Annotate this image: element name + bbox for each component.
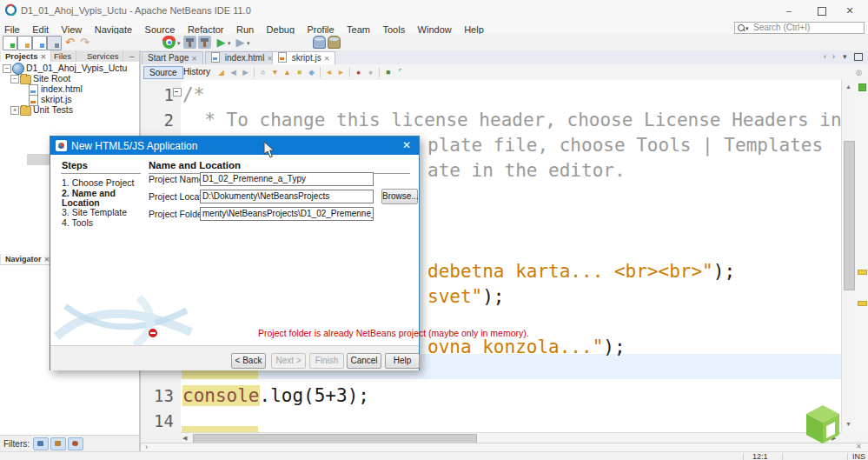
code-line-4-fragment: ate in the editor. — [427, 158, 626, 183]
cancel-button[interactable]: Cancel — [347, 353, 381, 369]
tree-row-index-html[interactable]: index.html — [0, 83, 139, 94]
comment-icon[interactable]: ■ — [382, 67, 394, 77]
forward-icon[interactable]: ▶ — [240, 67, 251, 77]
start-macro-icon[interactable]: ● — [353, 67, 364, 77]
project-location-field[interactable]: D:\Dokumenty\NetBeansProjects — [200, 190, 374, 203]
title-bar: D1_01_Ahoj_Vypis_Uctu - Apache NetBeans … — [0, 0, 868, 21]
expand-icon[interactable]: + — [10, 106, 19, 115]
tab-list-dropdown-icon[interactable]: ▾ — [843, 52, 847, 61]
scroll-up-icon[interactable]: ▲ — [845, 82, 851, 92]
warning-mark[interactable] — [858, 301, 867, 306]
tab-index-html[interactable]: index.html✕ — [205, 51, 279, 65]
back-icon[interactable]: ◀ — [228, 67, 239, 77]
error-stripe[interactable] — [855, 80, 868, 432]
new-file-icon[interactable] — [3, 36, 17, 50]
stop-macro-icon[interactable]: ● — [365, 67, 376, 77]
tree-row-unit-tests[interactable]: + Unit Tests — [0, 104, 139, 115]
js-file-icon — [278, 52, 287, 63]
tab-start-page[interactable]: Start Page✕ — [142, 51, 203, 65]
tree-row-skript-js[interactable]: skript.js — [0, 94, 139, 104]
debug-project-icon[interactable]: ▶ — [234, 36, 247, 49]
find-previous-icon[interactable]: ▲ — [282, 67, 293, 77]
previous-occurrence-icon[interactable]: ◄ — [323, 67, 335, 77]
search-dropdown-icon[interactable]: ▾ — [745, 23, 749, 34]
netbeans-logo-icon — [4, 3, 17, 17]
editor-sidebar-toggle-icon[interactable]: ◎ — [853, 67, 865, 77]
scroll-tabs-left-icon[interactable]: ‹ — [824, 52, 826, 61]
tab-close-icon[interactable]: ✕ — [324, 55, 330, 63]
open-project-icon[interactable] — [32, 36, 47, 50]
dialog-title-bar[interactable]: New HTML5/JS Application ✕ — [50, 137, 419, 155]
step-tools: 4. Tools — [62, 218, 145, 228]
next-occurrence-icon[interactable]: ► — [335, 67, 347, 77]
browse-button[interactable]: Browse... — [381, 189, 418, 204]
vertical-scrollbar-thumb[interactable] — [844, 141, 855, 290]
source-view-button[interactable]: Source — [143, 66, 183, 79]
new-project-icon[interactable] — [17, 36, 32, 50]
back-button[interactable]: < Back — [231, 353, 266, 369]
scrollbar-corner — [841, 432, 868, 443]
find-next-icon[interactable]: ▼ — [269, 67, 281, 77]
tab-navigator[interactable]: Navigator✕ — [1, 254, 55, 264]
new-project-dialog: New HTML5/JS Application ✕ Steps 1. Choo… — [50, 136, 420, 370]
redo-icon[interactable]: ↷ — [78, 36, 91, 49]
tree-row-site-root[interactable]: − Site Root — [0, 73, 139, 83]
maximize-editor-icon[interactable] — [854, 53, 863, 61]
collapse-icon[interactable]: − — [3, 64, 11, 73]
find-selection-icon[interactable]: ○ — [257, 67, 268, 77]
project-name-field[interactable]: D1_02_Premenne_a_Typy — [200, 172, 374, 186]
tab-close-icon[interactable]: ✕ — [41, 53, 47, 61]
save-all-icon[interactable] — [47, 36, 62, 50]
filter-toggle-icon[interactable] — [33, 437, 49, 450]
history-view-button[interactable]: History — [178, 66, 215, 77]
tab-services[interactable]: Services — [83, 50, 123, 62]
netbeans-window: D1_01_Ahoj_Vypis_Uctu - Apache NetBeans … — [0, 0, 868, 460]
run-project-icon[interactable]: ▶ — [215, 36, 228, 49]
uncomment-icon[interactable]: ⌜ — [394, 67, 406, 77]
breadcrumb-close-icon[interactable]: ✕ — [856, 443, 862, 450]
search-input[interactable]: ▾ Search (Ctrl+I) — [734, 22, 865, 34]
code-fold-icon[interactable] — [173, 88, 182, 97]
scroll-tabs-right-icon[interactable]: › — [832, 52, 835, 61]
last-edit-icon[interactable]: ◢ — [215, 67, 227, 77]
scroll-down-icon[interactable]: ▼ — [845, 419, 851, 430]
vertical-scrollbar[interactable]: ▲ ▼ — [841, 80, 855, 432]
dialog-title: New HTML5/JS Application — [71, 140, 197, 152]
steps-heading: Steps — [62, 160, 88, 170]
minimize-icon[interactable]: – — [776, 3, 802, 17]
error-icon — [149, 329, 157, 337]
help-button[interactable]: Help — [385, 353, 420, 369]
project-folder-field[interactable]: menty\NetBeansProjects\D1_02_Premenne_a_… — [200, 207, 374, 221]
status-bar: 12:1 INS — [0, 451, 868, 460]
debug-dropdown-icon[interactable]: ▾ — [247, 40, 250, 47]
collapse-icon[interactable]: − — [10, 75, 19, 83]
tab-projects[interactable]: Projects✕ — [1, 50, 51, 62]
toggle-highlight-icon[interactable]: ■ — [294, 67, 305, 77]
caret-position: 12:1 — [752, 452, 768, 460]
run-browser-icon[interactable] — [162, 36, 176, 49]
browser-dropdown-icon[interactable]: ▾ — [177, 40, 181, 47]
database-icon[interactable] — [313, 36, 326, 49]
step-name-location: 2. Name and Location — [62, 189, 145, 207]
tree-row-project[interactable]: − D1_01_Ahoj_Vypis_Uctu — [0, 63, 139, 73]
run-dropdown-icon[interactable]: ▾ — [228, 40, 231, 47]
clean-build-icon[interactable] — [198, 36, 211, 49]
database-add-icon[interactable] — [328, 36, 341, 49]
breadcrumb-chevron[interactable]: › — [145, 443, 148, 451]
tab-close-icon[interactable]: ✕ — [191, 55, 197, 63]
build-project-icon[interactable] — [183, 36, 196, 49]
maximize-icon[interactable] — [809, 3, 835, 17]
close-icon[interactable]: ✕ — [837, 3, 863, 17]
filter-toggle-icon[interactable] — [68, 437, 83, 450]
minimize-window-group-icon[interactable]: – — [129, 51, 135, 61]
select-in-projects-icon[interactable]: ◆ — [306, 67, 317, 77]
warning-mark[interactable] — [858, 270, 867, 275]
dialog-close-icon[interactable]: ✕ — [394, 137, 419, 155]
code-line-3-fragment: plate file, choose Tools | Templates — [427, 133, 823, 158]
folder-icon — [20, 106, 31, 116]
tab-files[interactable]: Files — [50, 50, 76, 62]
filter-toggle-icon[interactable] — [50, 437, 66, 450]
undo-icon[interactable]: ↶ — [63, 36, 76, 49]
step-site-template: 3. Site Template — [62, 208, 145, 217]
divider — [61, 173, 141, 174]
